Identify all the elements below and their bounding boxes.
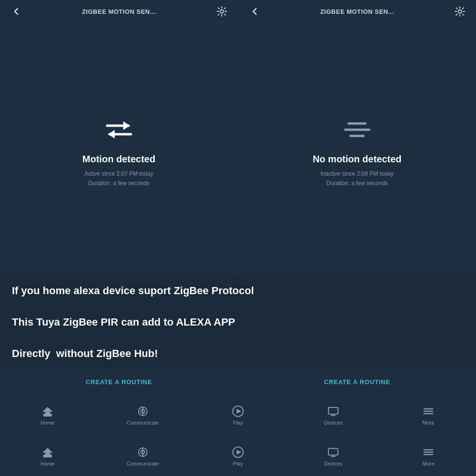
info-section: If you home alexa device suport ZigBee P… (0, 273, 476, 368)
nav-bar-bottom: Home Communicate (0, 436, 476, 476)
motion-subtext1-right: Inactive since 2:09 PM today (321, 170, 394, 177)
gear-button-right[interactable] (453, 5, 466, 18)
nav-label-devices-bottom: Devices (324, 461, 342, 466)
nav-devices-top[interactable]: Devices (286, 395, 381, 435)
nav-label-home-top: Home (40, 420, 54, 426)
panel-header-left: ZIGBEE MOTION SEN... (10, 0, 228, 22)
back-button-left[interactable] (10, 5, 23, 18)
nav-label-more-top: More (422, 420, 434, 426)
svg-marker-6 (42, 407, 53, 412)
nav-label-devices-top: Devices (324, 420, 342, 426)
gear-button-left[interactable] (215, 5, 228, 18)
svg-marker-23 (237, 450, 241, 455)
motion-subtext1-left: Active since 2:07 PM today (84, 170, 153, 177)
play-icon-bottom (231, 446, 245, 459)
nav-label-home-bottom: Home (40, 461, 54, 466)
main-container: ZIGBEE MOTION SEN... (0, 0, 476, 476)
nav-label-communicate-top: Communicate (127, 420, 159, 426)
devices-icon-bottom (327, 446, 340, 459)
motion-icon-area: Motion detected Active since 2:07 PM tod… (82, 22, 155, 273)
svg-point-0 (220, 10, 223, 13)
svg-point-3 (458, 10, 462, 13)
home-icon (41, 405, 54, 418)
communicate-icon-top (136, 405, 149, 418)
panel-header-right: ZIGBEE MOTION SEN... (248, 0, 467, 22)
nav-play-top[interactable]: Play (190, 395, 286, 435)
motion-status-right: No motion detected (313, 154, 402, 165)
svg-rect-24 (328, 448, 338, 455)
home-icon-bottom (41, 446, 54, 459)
motion-arrows-icon (100, 116, 138, 144)
nav-home-top[interactable]: Home (0, 395, 95, 435)
create-routine-left[interactable]: CREATE A ROUTINE (0, 369, 238, 395)
nav-label-play-bottom: Play (233, 461, 243, 466)
panel-left: ZIGBEE MOTION SEN... (0, 0, 238, 273)
nav-bars: Home Communicate (0, 395, 476, 476)
nav-label-communicate-bottom: Communicate (127, 461, 159, 466)
nav-communicate-bottom[interactable]: Communicate (95, 436, 190, 476)
info-text: If you home alexa device suport ZigBee P… (12, 283, 464, 361)
svg-marker-18 (42, 448, 53, 453)
svg-rect-16 (43, 455, 52, 457)
nav-label-play-top: Play (233, 420, 243, 426)
motion-status-left: Motion detected (82, 154, 155, 165)
svg-marker-11 (237, 409, 241, 414)
panel-right: ZIGBEE MOTION SEN... No motion detected … (238, 0, 476, 273)
nav-bar-top: Home Communicate (0, 395, 476, 436)
panels: ZIGBEE MOTION SEN... (0, 0, 476, 273)
create-routine-right[interactable]: CREATE A ROUTINE (238, 369, 476, 395)
nav-play-bottom[interactable]: Play (190, 436, 286, 476)
no-motion-icon-area: No motion detected Inactive since 2:09 P… (313, 22, 402, 273)
svg-rect-12 (328, 407, 338, 414)
more-icon-bottom (422, 446, 435, 459)
play-icon-top (231, 405, 245, 418)
back-button-right[interactable] (248, 5, 261, 18)
nav-home-bottom[interactable]: Home (0, 436, 95, 476)
panel-title-left: ZIGBEE MOTION SEN... (23, 8, 215, 15)
nav-label-more-bottom: More (422, 461, 434, 466)
more-icon-top (422, 405, 435, 418)
no-motion-lines-icon (338, 116, 376, 144)
motion-subtext2-left: Duration: a few seconds (88, 180, 149, 187)
nav-more-top[interactable]: More (381, 395, 476, 435)
motion-subtext2-right: Duration: a few seconds (327, 180, 388, 187)
communicate-icon-bottom (136, 446, 149, 459)
panel-title-right: ZIGBEE MOTION SEN... (261, 8, 454, 15)
svg-rect-4 (43, 414, 52, 416)
nav-more-bottom[interactable]: More (381, 436, 476, 476)
routine-row: CREATE A ROUTINE CREATE A ROUTINE (0, 368, 476, 395)
nav-devices-bottom[interactable]: Devices (286, 436, 381, 476)
nav-communicate-top[interactable]: Communicate (95, 395, 190, 435)
devices-icon-top (327, 405, 340, 418)
